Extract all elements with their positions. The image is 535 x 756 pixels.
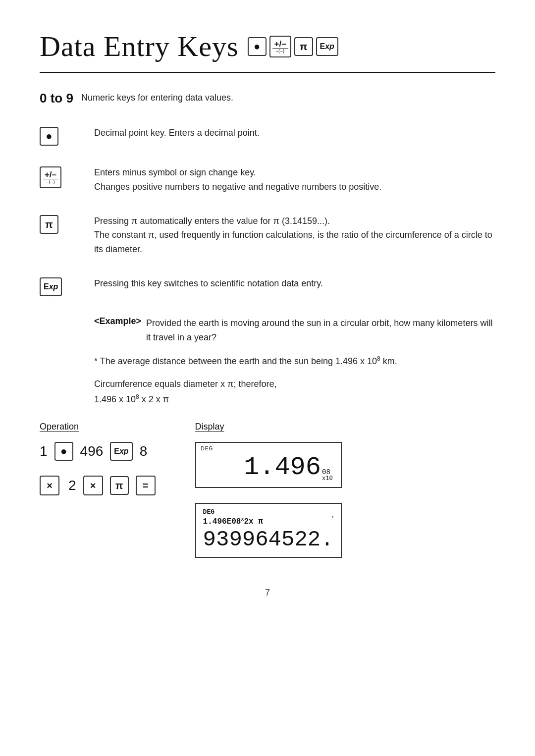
plus-minus-key-header: +/– –(–) [269,36,291,57]
example-note: * The average distance between the earth… [94,354,495,369]
exp-key: Exp [40,277,62,296]
op-8: 8 [140,443,148,459]
dot-key-col: ● [40,126,79,146]
display-main-1: 1.496 [244,453,321,482]
numeric-label: 0 to 9 [40,91,73,106]
display2-arrow: → [329,513,334,522]
op-row-2: × 2 × π = [40,476,156,495]
pi-key-col: π [40,214,79,234]
dot-key: ● [40,127,58,146]
operation-header: Operation [40,422,156,432]
display-box-2: DEG 1.496E08x2x π → 939964522. [195,503,342,557]
op-x-key-2: × [83,476,103,495]
page-title: Data Entry Keys [40,30,239,63]
op-row-1: 1 ● 496 Exp 8 [40,442,156,461]
op-eq-key: = [136,476,156,495]
dot-section: ● Decimal point key. Enters a decimal po… [40,126,495,146]
display2-expr: 1.496E08x2x π [203,517,263,526]
display-number-1: 1.496 08 x10 [204,448,333,482]
example-title-row: <Example> Provided the earth is moving a… [40,316,495,345]
display-box-1: DEG 1.496 08 x10 [195,442,342,488]
numeric-desc: Numeric keys for entering data values. [81,91,233,103]
exp-key-col: Exp [40,276,79,296]
exp-section: Exp Pressing this key switches to scient… [40,276,495,296]
exp-desc: Pressing this key switches to scientific… [94,276,495,291]
exp-key-header: Exp [316,37,338,56]
display-header: Display [195,422,342,432]
page-header: Data Entry Keys ● +/– –(–) π Exp [40,30,495,73]
op-496: 496 [80,443,104,459]
operation-col: Operation 1 ● 496 Exp 8 × 2 × π = [40,422,156,510]
display-exp-group: 08 x10 [322,465,333,482]
plus-minus-top-label: +/– [274,40,286,48]
deg-label-1: DEG [201,446,214,451]
dot-key-header: ● [248,37,267,56]
plus-minus-desc: Enters minus symbol or sign change key. … [94,165,495,194]
example-section: <Example> Provided the earth is moving a… [40,316,495,407]
display-col: Display DEG 1.496 08 x10 DEG 1.496E08x2x… [195,422,342,557]
op-pi-key: π [110,476,129,495]
header-key-group: ● +/– –(–) π Exp [248,36,338,57]
display2-top-row: DEG 1.496E08x2x π → [203,508,334,526]
pi-key: π [40,215,58,234]
op-exp-key: Exp [110,442,132,461]
plus-minus-section: +/– –(–) Enters minus symbol or sign cha… [40,165,495,194]
op-num-1: 1 [40,443,48,459]
plus-minus-bottom-label: –(–) [272,48,288,54]
op-2: 2 [68,478,76,493]
example-question: Provided the earth is moving around the … [146,316,495,345]
display-sup-1: 08 [322,469,330,476]
display-sub-1: x10 [322,476,333,482]
plus-minus-key-col: +/– –(–) [40,165,79,188]
example-formula: Circumference equals diameter x π; there… [94,377,495,407]
plus-minus-bottom: –(–) [43,179,58,184]
page-number: 7 [40,588,495,598]
display2-main: 939964522. [203,527,334,552]
plus-minus-top: +/– [45,170,56,179]
pi-key-header: π [294,37,313,56]
op-x-key-1: × [40,476,59,495]
op-dot-key: ● [54,442,73,461]
plus-minus-key: +/– –(–) [40,166,61,188]
display2-top-text: DEG 1.496E08x2x π [203,508,263,526]
pi-section: π Pressing π automatically enters the va… [40,214,495,257]
numeric-section: 0 to 9 Numeric keys for entering data va… [40,91,495,106]
pi-desc: Pressing π automatically enters the valu… [94,214,495,257]
display2-deg: DEG [203,508,214,516]
dot-desc: Decimal point key. Enters a decimal poin… [94,126,495,140]
example-label: <Example> [94,316,141,326]
operation-display-section: Operation 1 ● 496 Exp 8 × 2 × π = Displa… [40,422,495,557]
